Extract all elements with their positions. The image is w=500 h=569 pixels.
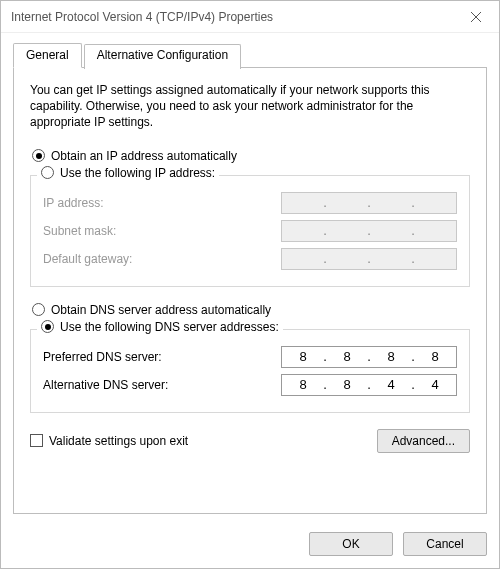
radio-ip-auto-label: Obtain an IP address automatically (51, 149, 237, 163)
ok-button[interactable]: OK (309, 532, 393, 556)
radio-dns-auto[interactable]: Obtain DNS server address automatically (32, 303, 470, 317)
radio-dns-manual[interactable]: Use the following DNS server addresses: (37, 320, 283, 334)
dialog-window: Internet Protocol Version 4 (TCP/IPv4) P… (0, 0, 500, 569)
intro-text: You can get IP settings assigned automat… (30, 82, 470, 131)
preferred-dns-label: Preferred DNS server: (43, 350, 162, 364)
row-preferred-dns: Preferred DNS server: 8. 8. 8. 8 (43, 346, 457, 368)
group-ip-manual: Use the following IP address: IP address… (30, 175, 470, 287)
tab-alternative-configuration[interactable]: Alternative Configuration (84, 44, 241, 69)
radio-icon (41, 320, 54, 333)
subnet-mask-input: . . . (281, 220, 457, 242)
group-dns-manual: Use the following DNS server addresses: … (30, 329, 470, 413)
radio-icon (32, 303, 45, 316)
row-ip-address: IP address: . . . (43, 192, 457, 214)
default-gateway-input: . . . (281, 248, 457, 270)
radio-dns-manual-label: Use the following DNS server addresses: (60, 320, 279, 334)
ip-address-label: IP address: (43, 196, 103, 210)
tab-panel-general: You can get IP settings assigned automat… (13, 67, 487, 514)
subnet-mask-label: Subnet mask: (43, 224, 116, 238)
checkbox-icon (30, 434, 43, 447)
advanced-button[interactable]: Advanced... (377, 429, 470, 453)
dialog-buttons: OK Cancel (1, 522, 499, 568)
radio-icon (41, 166, 54, 179)
row-subnet-mask: Subnet mask: . . . (43, 220, 457, 242)
validate-label: Validate settings upon exit (49, 434, 188, 448)
dialog-body: General Alternative Configuration You ca… (1, 33, 499, 522)
alternate-dns-input[interactable]: 8. 8. 4. 4 (281, 374, 457, 396)
titlebar: Internet Protocol Version 4 (TCP/IPv4) P… (1, 1, 499, 33)
radio-dns-auto-label: Obtain DNS server address automatically (51, 303, 271, 317)
radio-ip-manual[interactable]: Use the following IP address: (37, 166, 219, 180)
tab-general[interactable]: General (13, 43, 82, 68)
tabstrip: General Alternative Configuration (13, 43, 487, 68)
preferred-dns-input[interactable]: 8. 8. 8. 8 (281, 346, 457, 368)
close-icon (471, 12, 481, 22)
checkbox-validate-on-exit[interactable]: Validate settings upon exit (30, 434, 188, 448)
ip-address-input: . . . (281, 192, 457, 214)
radio-ip-manual-label: Use the following IP address: (60, 166, 215, 180)
bottom-row: Validate settings upon exit Advanced... (30, 429, 470, 453)
close-button[interactable] (453, 1, 499, 33)
radio-icon (32, 149, 45, 162)
cancel-button[interactable]: Cancel (403, 532, 487, 556)
alternate-dns-label: Alternative DNS server: (43, 378, 168, 392)
default-gateway-label: Default gateway: (43, 252, 132, 266)
window-title: Internet Protocol Version 4 (TCP/IPv4) P… (11, 10, 273, 24)
radio-ip-auto[interactable]: Obtain an IP address automatically (32, 149, 470, 163)
row-default-gateway: Default gateway: . . . (43, 248, 457, 270)
row-alternate-dns: Alternative DNS server: 8. 8. 4. 4 (43, 374, 457, 396)
